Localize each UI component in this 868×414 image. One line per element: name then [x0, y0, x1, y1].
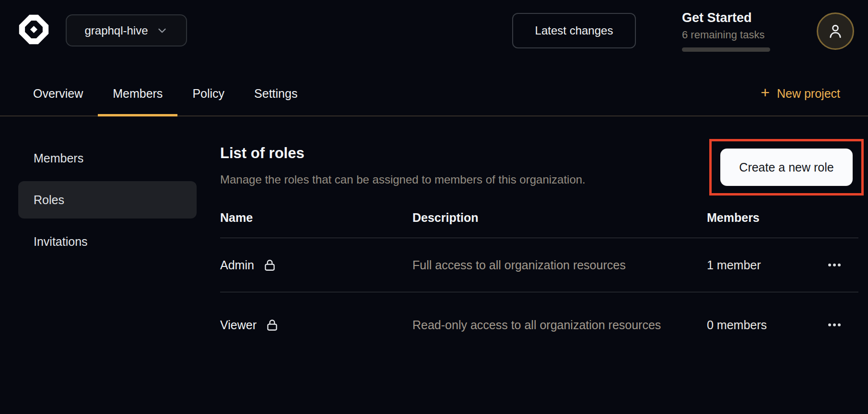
table-row: Admin Full access to all organization re…	[220, 238, 858, 292]
role-name: Admin	[220, 258, 254, 272]
organization-selector[interactable]: graphql-hive	[66, 14, 187, 46]
get-started-remaining-tasks: 6 remaining tasks	[682, 29, 783, 41]
page-title: List of roles	[220, 145, 305, 162]
user-icon	[826, 22, 845, 40]
get-started-title: Get Started	[682, 11, 783, 25]
tab-overview[interactable]: Overview	[18, 71, 98, 115]
hive-logo-icon[interactable]	[18, 13, 50, 46]
members-sidebar: Members Roles Invitations	[18, 139, 197, 264]
column-header-members: Members	[707, 211, 810, 225]
sidebar-item-members[interactable]: Members	[18, 139, 197, 177]
table-row: Viewer Read-only access to all organizat…	[220, 292, 858, 357]
app-root: graphql-hive Latest changes Get Started …	[0, 0, 868, 414]
lock-icon	[265, 318, 279, 332]
new-project-label: New project	[777, 87, 840, 101]
role-members-count: 0 members	[707, 318, 767, 332]
plus-icon: +	[761, 85, 770, 100]
chevron-down-icon	[156, 24, 168, 37]
table-header-row: Name Description Members	[220, 198, 858, 238]
roles-table: Name Description Members Admin Full acce…	[220, 198, 858, 357]
tab-policy[interactable]: Policy	[177, 71, 239, 115]
org-tab-bar: Overview Members Policy Settings + New p…	[0, 71, 868, 116]
create-new-role-button[interactable]: Create a new role	[720, 149, 853, 186]
role-description: Full access to all organization resource…	[412, 258, 626, 272]
tab-members[interactable]: Members	[98, 71, 177, 115]
page-subtitle: Manage the roles that can be assigned to…	[220, 173, 586, 186]
tab-list: Overview Members Policy Settings	[18, 71, 312, 115]
column-header-description: Description	[412, 211, 707, 225]
role-name: Viewer	[220, 318, 257, 332]
latest-changes-button[interactable]: Latest changes	[512, 13, 636, 48]
lock-icon	[263, 258, 277, 272]
get-started-widget[interactable]: Get Started 6 remaining tasks	[682, 11, 783, 52]
organization-name: graphql-hive	[84, 24, 148, 37]
row-menu-button[interactable]	[823, 318, 846, 332]
user-avatar-button[interactable]	[817, 12, 854, 50]
new-project-link[interactable]: + New project	[761, 71, 840, 115]
role-members-count: 1 member	[707, 258, 761, 272]
column-header-name: Name	[220, 211, 412, 225]
get-started-progress-bar	[682, 47, 770, 52]
tab-settings[interactable]: Settings	[239, 71, 312, 115]
annotation-highlight-box: Create a new role	[709, 139, 864, 196]
row-menu-button[interactable]	[823, 258, 846, 272]
role-description: Read-only access to all organization res…	[412, 318, 661, 332]
sidebar-item-invitations[interactable]: Invitations	[18, 223, 197, 260]
ellipsis-icon	[828, 323, 841, 327]
ellipsis-icon	[828, 263, 841, 267]
sidebar-item-roles[interactable]: Roles	[18, 181, 197, 218]
